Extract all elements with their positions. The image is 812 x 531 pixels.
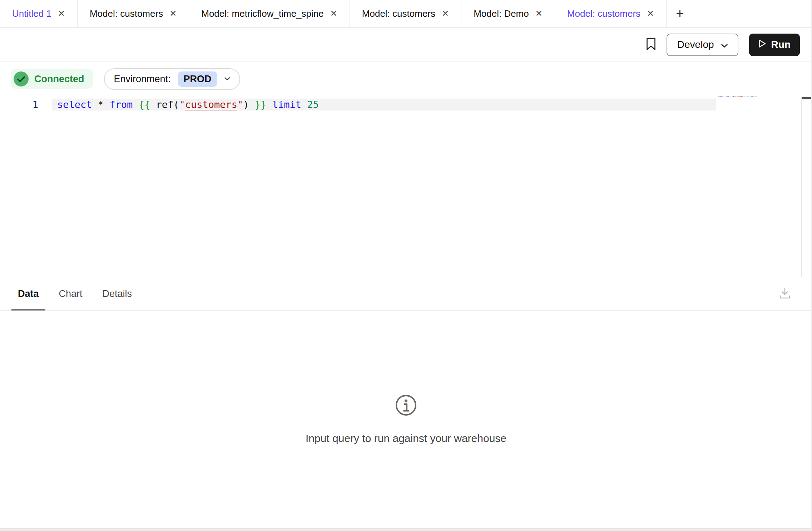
close-icon[interactable]: ✕: [58, 9, 65, 18]
code-token: [249, 99, 255, 110]
code-token: limit: [272, 99, 301, 110]
bookmark-button[interactable]: [646, 38, 656, 52]
tab-label: Model: metricflow_time_spine: [201, 8, 323, 19]
connection-status-label: Connected: [34, 74, 84, 85]
code-token: [266, 99, 272, 110]
plus-icon: +: [676, 6, 684, 21]
download-results-button[interactable]: [778, 287, 791, 301]
tab-label: Model: Demo: [474, 8, 529, 19]
editor-scrollbar[interactable]: [801, 97, 812, 277]
code-token: [104, 99, 109, 110]
empty-state-message: Input query to run against your warehous…: [306, 432, 506, 445]
code-token: select: [57, 99, 92, 110]
code-token: [301, 99, 307, 110]
tab-label: Model: customers: [567, 8, 640, 19]
run-button-label: Run: [771, 39, 791, 50]
editor-tab-2[interactable]: Model: metricflow_time_spine✕: [189, 0, 350, 27]
develop-button[interactable]: Develop: [667, 34, 738, 56]
code-token: from: [109, 99, 133, 110]
results-tab-bar: DataChartDetails: [0, 277, 812, 311]
bookmark-icon: [646, 38, 656, 52]
results-tab-chart[interactable]: Chart: [53, 277, 89, 310]
tab-label: Untitled 1: [12, 8, 51, 19]
editor-tab-3[interactable]: Model: customers✕: [350, 0, 461, 27]
toolbar: Develop Run: [0, 28, 812, 62]
results-tab-details[interactable]: Details: [96, 277, 139, 310]
code-token: ref: [156, 99, 173, 110]
environment-label: Environment:: [114, 74, 171, 85]
download-icon: [778, 287, 791, 301]
results-panel: DataChartDetails Input query to run agai…: [0, 277, 812, 527]
line-number: 1: [0, 99, 52, 110]
code-token: customers: [737, 95, 744, 97]
connection-status-badge: Connected: [11, 69, 93, 89]
develop-button-label: Develop: [677, 39, 714, 50]
close-icon[interactable]: ✕: [535, 9, 543, 18]
results-tab-data[interactable]: Data: [11, 277, 45, 310]
chevron-down-icon: [721, 39, 728, 50]
code-token: customers: [185, 99, 237, 110]
environment-value-chip: PROD: [178, 71, 217, 87]
code-token: 25: [307, 99, 319, 110]
results-empty-state: Input query to run against your warehous…: [0, 311, 812, 445]
editor-minimap[interactable]: select * from {{ ref("customers") }} lim…: [718, 95, 761, 98]
scrollbar-thumb[interactable]: [802, 97, 812, 99]
editor-tab-bar: Untitled 1✕Model: customers✕Model: metri…: [0, 0, 812, 28]
code-token: *: [98, 99, 104, 110]
environment-selector[interactable]: Environment: PROD: [104, 68, 240, 90]
editor-status-row: Connected Environment: PROD: [0, 62, 812, 90]
code-token: [92, 99, 98, 110]
code-token: [150, 99, 156, 110]
code-token: ": [237, 99, 243, 110]
code-line-row: 1 select * from {{ ref("customers") }} l…: [0, 99, 812, 110]
code-token: ): [243, 99, 249, 110]
window-bottom-edge: [0, 528, 812, 531]
code-token: [133, 99, 138, 110]
tab-label: Model: customers: [362, 8, 435, 19]
editor-tab-1[interactable]: Model: customers✕: [78, 0, 189, 27]
editor-tab-5[interactable]: Model: customers✕: [555, 0, 667, 27]
code-token: from: [726, 95, 729, 97]
active-code-line[interactable]: select * from {{ ref("customers") }} lim…: [52, 99, 716, 110]
editor-tab-0[interactable]: Untitled 1✕: [0, 0, 78, 27]
code-token: select: [718, 95, 723, 97]
info-icon: [395, 394, 417, 418]
new-tab-button[interactable]: +: [667, 0, 693, 27]
chevron-down-icon: [224, 76, 230, 82]
code-token: 25: [755, 95, 757, 97]
check-circle-icon: [14, 71, 29, 86]
editor-tab-4[interactable]: Model: Demo✕: [461, 0, 555, 27]
code-editor[interactable]: 1 select * from {{ ref("customers") }} l…: [0, 99, 812, 110]
close-icon[interactable]: ✕: [169, 9, 177, 18]
sql-editor-pane: Connected Environment: PROD 1 select * f…: [0, 62, 812, 277]
code-token: (: [173, 99, 179, 110]
run-button[interactable]: Run: [749, 34, 800, 56]
code-token: ": [179, 99, 185, 110]
code-token: }}: [255, 99, 267, 110]
close-icon[interactable]: ✕: [442, 9, 449, 18]
code-token: {{: [139, 99, 150, 110]
play-icon: [758, 39, 766, 50]
tab-label: Model: customers: [90, 8, 163, 19]
close-icon[interactable]: ✕: [647, 9, 654, 18]
close-icon[interactable]: ✕: [330, 9, 337, 18]
code-token: limit: [749, 95, 754, 97]
